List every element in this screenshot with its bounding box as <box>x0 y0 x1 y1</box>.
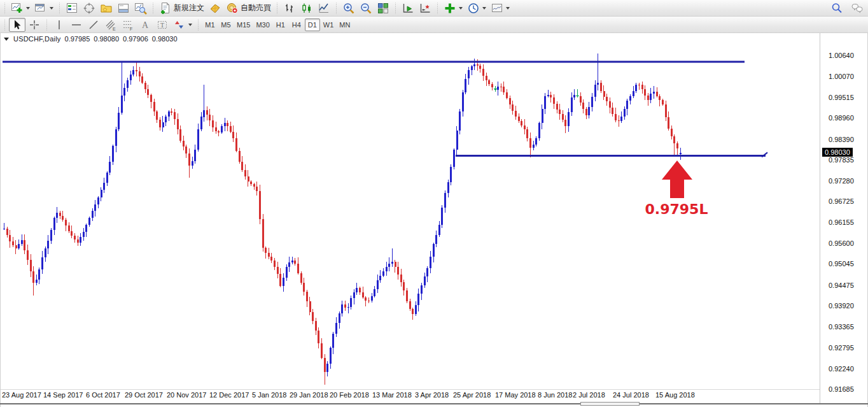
price-tick: 0.95045 <box>829 260 854 268</box>
arrows-tool[interactable] <box>171 18 194 32</box>
date-tick: 13 Mar 2018 <box>372 391 412 399</box>
quote-low: 0.97906 <box>123 35 148 43</box>
chevron-down-icon[interactable] <box>482 7 486 10</box>
terminal-button[interactable] <box>115 1 132 15</box>
window-bottom-edge <box>0 403 868 404</box>
cursor-tool[interactable] <box>9 18 25 32</box>
crosshair-circle-icon <box>83 2 95 15</box>
timeframe-mn[interactable]: MN <box>337 18 353 31</box>
price-axis-separator <box>820 33 820 403</box>
data-window-button[interactable] <box>81 1 97 15</box>
text-icon: A <box>139 18 151 31</box>
indicator-plus-icon <box>444 2 456 15</box>
zoom-in-button[interactable] <box>340 1 357 15</box>
price-tick: 1.00070 <box>829 73 854 80</box>
date-axis-separator <box>0 389 820 390</box>
equidistant-channel-tool[interactable]: E <box>102 18 119 32</box>
metaeditor-button[interactable] <box>207 1 223 15</box>
price-axis: 1.006401.000700.995150.989600.983900.978… <box>821 33 867 407</box>
date-tick: 6 Oct 2017 <box>86 391 120 399</box>
date-tick: 15 Aug 2018 <box>655 391 695 399</box>
chevron-down-icon[interactable] <box>50 7 53 10</box>
price-tick: 0.95600 <box>829 239 854 247</box>
toolbar-grip <box>45 19 48 31</box>
horizontal-scrollbar-thumb[interactable] <box>580 402 640 406</box>
tiles-icon <box>377 2 389 15</box>
timeframe-w1[interactable]: W1 <box>321 18 337 31</box>
date-tick: 25 Apr 2018 <box>453 391 491 399</box>
price-tick: 0.96155 <box>829 218 854 226</box>
templates-button[interactable] <box>489 1 512 15</box>
auto-scroll-button[interactable] <box>400 1 416 15</box>
text-tool[interactable]: A <box>137 18 153 32</box>
new-order-button[interactable]: 新規注文 <box>157 1 206 15</box>
crosshair-tool[interactable] <box>26 18 43 32</box>
indicators-button[interactable] <box>442 1 465 15</box>
vline-icon <box>53 18 66 31</box>
chartshift-icon <box>419 2 431 15</box>
new-chart-button[interactable] <box>9 1 32 15</box>
profiles-button[interactable] <box>32 1 55 15</box>
chart-shift-button[interactable] <box>417 1 433 15</box>
timeframe-m30[interactable]: M30 <box>253 18 272 31</box>
candlestick-chart-button[interactable] <box>298 1 315 15</box>
bars-icon <box>283 2 296 15</box>
price-tick: 0.93920 <box>829 302 854 310</box>
fibonacci-tool[interactable]: F <box>120 18 136 32</box>
line-chart-button[interactable] <box>316 1 332 15</box>
chart-title: USDCHF,Daily 0.97985 0.98080 0.97906 0.9… <box>4 35 178 43</box>
price-level-annotation[interactable]: 0.9795L <box>645 201 708 217</box>
up-arrow-annotation[interactable] <box>662 161 692 198</box>
text-label-tool[interactable]: T <box>154 18 171 32</box>
timeframe-m1[interactable]: M1 <box>202 18 218 31</box>
timeframe-m15[interactable]: M15 <box>234 18 253 31</box>
timeframe-h1[interactable]: H1 <box>273 18 288 31</box>
svg-text:F: F <box>130 27 132 31</box>
quote-close: 0.98030 <box>152 35 178 43</box>
toolbar-grip <box>197 19 200 31</box>
window-menu-icon[interactable] <box>4 38 9 41</box>
tile-windows-button[interactable] <box>375 1 391 15</box>
timeframe-m5[interactable]: M5 <box>218 18 234 31</box>
vertical-line-tool[interactable] <box>51 18 67 32</box>
strategy-tester-button[interactable] <box>132 1 149 15</box>
navigator-button[interactable] <box>98 1 115 15</box>
periods-button[interactable] <box>465 1 488 15</box>
date-tick: 5 Jan 2018 <box>252 391 286 399</box>
zoom-out-icon <box>360 2 372 15</box>
page-plus-icon <box>159 2 172 15</box>
price-tick: 0.98390 <box>829 136 854 143</box>
chevron-down-icon[interactable] <box>188 24 192 26</box>
price-tick: 0.93365 <box>829 323 854 331</box>
trendline-tool[interactable] <box>85 18 102 32</box>
toolbar-grip <box>335 3 338 14</box>
market-watch-icon <box>66 2 78 15</box>
search-button[interactable] <box>829 1 845 15</box>
main-toolbar: 新規注文自動売買 <box>0 0 868 17</box>
timeframe-d1[interactable]: D1 <box>305 18 320 31</box>
horizontal-line-tool[interactable] <box>68 18 85 32</box>
timeframe-h4[interactable]: H4 <box>289 18 304 31</box>
date-tick: 24 Jul 2018 <box>613 391 649 399</box>
toolbar-grip <box>3 3 6 14</box>
new-order-button-label: 新規注文 <box>174 3 204 13</box>
chevron-down-icon[interactable] <box>26 7 30 10</box>
chat-button[interactable] <box>849 1 865 15</box>
date-tick: 17 May 2018 <box>495 391 536 399</box>
svg-text:A: A <box>142 20 149 30</box>
bar-chart-button[interactable] <box>281 1 298 15</box>
date-tick: 2 Jul 2018 <box>573 391 605 399</box>
date-tick: 14 Sep 2017 <box>43 391 83 399</box>
toolbar-grip <box>151 3 155 14</box>
autotrading-button[interactable]: 自動売買 <box>224 1 273 15</box>
zoom-out-button[interactable] <box>358 1 374 15</box>
date-tick: 3 Apr 2018 <box>415 391 449 399</box>
toolbar-grip <box>436 3 439 14</box>
chart-window: USDCHF,Daily 0.97985 0.98080 0.97906 0.9… <box>0 33 868 407</box>
market-watch-button[interactable] <box>64 1 80 15</box>
clock-icon <box>467 2 480 15</box>
chevron-down-icon[interactable] <box>506 7 510 10</box>
date-tick: 8 Jun 2018 <box>538 391 572 399</box>
window-left-edge <box>0 33 1 407</box>
chevron-down-icon[interactable] <box>459 7 463 10</box>
